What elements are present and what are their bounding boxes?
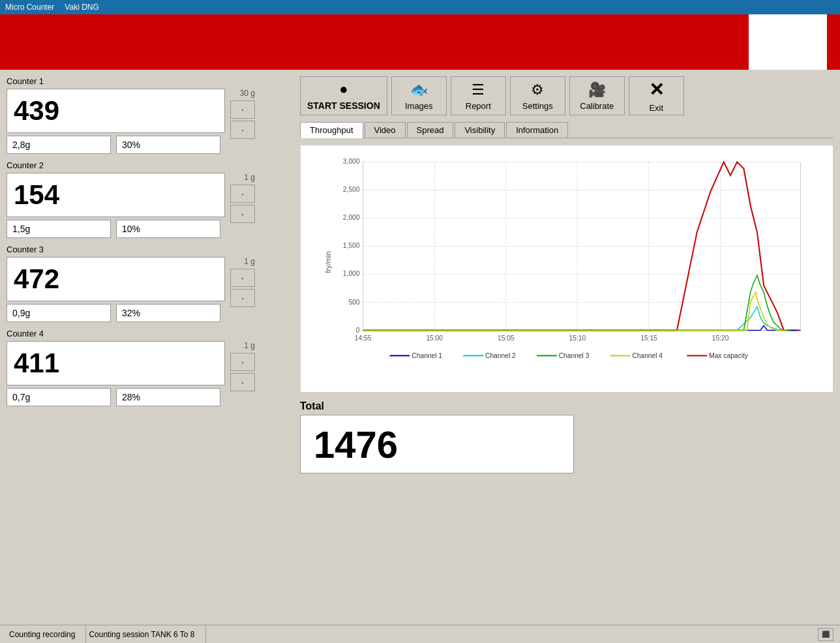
counter-4-down-btn[interactable]: · <box>230 373 255 391</box>
status-center: Counting session TANK 6 To 8 <box>86 625 205 643</box>
counter-1-unit: 30 g <box>230 89 255 98</box>
svg-text:Channel 3: Channel 3 <box>559 352 590 359</box>
counter-1-percent: 30% <box>116 136 220 154</box>
counter-4-section: Counter 4 411 0,7g 28% 1 g · · <box>7 329 287 406</box>
red-banner <box>0 14 840 70</box>
settings-button[interactable]: ⚙ Settings <box>510 76 565 115</box>
start-session-label: START SESSION <box>307 100 380 111</box>
start-session-button[interactable]: ● START SESSION <box>300 76 387 115</box>
counter-3-down-btn[interactable]: · <box>230 289 255 307</box>
toolbar: ● START SESSION 🐟 Images ☰ Report ⚙ Sett… <box>300 76 833 115</box>
counter-2-weight: 1,5g <box>7 220 111 238</box>
settings-label: Settings <box>522 101 553 111</box>
chart-container: fry/min 3,000 2,500 2,000 1,500 1,000 50… <box>300 145 833 393</box>
counter-4-percent: 28% <box>116 388 220 406</box>
counter-1-value: 439 <box>7 89 225 133</box>
counter-2-value: 154 <box>7 173 225 217</box>
svg-text:fry/min: fry/min <box>324 251 332 273</box>
counter-1-label: Counter 1 <box>7 76 287 86</box>
counter-1-buttons: · · <box>230 100 255 139</box>
svg-text:Max capacity: Max capacity <box>709 352 749 359</box>
svg-text:15:00: 15:00 <box>426 335 443 342</box>
counter-1-up-btn[interactable]: · <box>230 100 255 119</box>
banner-logo <box>749 14 827 70</box>
right-panel: ● START SESSION 🐟 Images ☰ Report ⚙ Sett… <box>293 70 840 625</box>
tab-visibility[interactable]: Visibility <box>455 122 505 138</box>
counter-4-up-btn[interactable]: · <box>230 353 255 371</box>
total-label: Total <box>300 400 833 412</box>
record-icon: ● <box>339 81 348 98</box>
counter-1-down-btn[interactable]: · <box>230 121 255 139</box>
svg-text:1,000: 1,000 <box>343 271 360 278</box>
calibrate-button[interactable]: 🎥 Calibrate <box>569 76 625 115</box>
counter-4-label: Counter 4 <box>7 329 287 338</box>
counter-3-unit: 1 g <box>230 257 255 266</box>
resize-button[interactable]: ⬛ <box>818 628 833 641</box>
counter-2-label: Counter 2 <box>7 160 287 170</box>
svg-text:15:20: 15:20 <box>712 335 729 342</box>
images-button[interactable]: 🐟 Images <box>391 76 447 115</box>
tab-bar: Throughput Video Spread Visibility Infor… <box>300 122 833 138</box>
svg-text:2,500: 2,500 <box>343 186 360 193</box>
total-section: Total 1476 <box>300 400 833 473</box>
svg-text:14:55: 14:55 <box>355 335 372 342</box>
counter-3-value: 472 <box>7 257 225 301</box>
counter-2-percent: 10% <box>116 220 220 238</box>
status-left: Counting recording <box>7 625 86 643</box>
images-label: Images <box>405 101 433 111</box>
report-icon: ☰ <box>472 82 485 98</box>
calibrate-label: Calibrate <box>580 101 614 111</box>
counter-4-weight: 0,7g <box>7 388 111 406</box>
exit-label: Exit <box>649 103 663 113</box>
report-button[interactable]: ☰ Report <box>451 76 506 115</box>
svg-text:500: 500 <box>348 299 359 306</box>
counter-2-unit: 1 g <box>230 173 255 182</box>
counter-3-label: Counter 3 <box>7 245 287 254</box>
fish-icon: 🐟 <box>410 82 428 98</box>
tab-information[interactable]: Information <box>506 122 568 138</box>
throughput-chart: fry/min 3,000 2,500 2,000 1,500 1,000 50… <box>307 152 826 372</box>
exit-button[interactable]: ✕ Exit <box>629 76 684 115</box>
status-recording: Counting recording <box>9 630 75 639</box>
status-bar: Counting recording Counting session TANK… <box>0 625 840 643</box>
svg-text:2,000: 2,000 <box>343 214 360 221</box>
counter-4-value: 411 <box>7 341 225 385</box>
report-label: Report <box>466 101 491 111</box>
title-bar: Micro Counter Vaki DNG <box>0 0 840 14</box>
counter-3-up-btn[interactable]: · <box>230 269 255 287</box>
svg-text:3,000: 3,000 <box>343 158 360 165</box>
menu-item-vaki[interactable]: Vaki DNG <box>65 3 98 12</box>
counter-2-buttons: · · <box>230 185 255 223</box>
status-right: ⬛ <box>818 628 833 641</box>
svg-text:1,500: 1,500 <box>343 242 360 249</box>
total-value: 1476 <box>300 415 574 473</box>
counter-3-buttons: · · <box>230 269 255 307</box>
app-name: Micro Counter <box>5 3 54 12</box>
left-panel: Counter 1 439 2,8g 30% 30 g · · <box>0 70 293 625</box>
counter-2-up-btn[interactable]: · <box>230 185 255 203</box>
counter-2-section: Counter 2 154 1,5g 10% 1 g · · <box>7 160 287 238</box>
tab-throughput[interactable]: Throughput <box>300 122 363 138</box>
svg-text:Channel 4: Channel 4 <box>632 352 663 359</box>
svg-text:Channel 1: Channel 1 <box>412 352 442 359</box>
counter-3-percent: 32% <box>116 304 220 322</box>
svg-text:15:05: 15:05 <box>498 335 515 342</box>
close-icon: ✕ <box>649 79 664 100</box>
counter-3-weight: 0,9g <box>7 304 111 322</box>
svg-text:15:15: 15:15 <box>640 335 657 342</box>
status-session: Counting session TANK 6 To 8 <box>89 630 194 639</box>
counter-4-buttons: · · <box>230 353 255 391</box>
counter-1-section: Counter 1 439 2,8g 30% 30 g · · <box>7 76 287 154</box>
svg-text:0: 0 <box>356 327 360 334</box>
main-area: Counter 1 439 2,8g 30% 30 g · · <box>0 70 840 625</box>
counter-1-weight: 2,8g <box>7 136 111 154</box>
gear-icon: ⚙ <box>531 82 544 98</box>
svg-text:Channel 2: Channel 2 <box>485 352 516 359</box>
counter-4-unit: 1 g <box>230 341 255 350</box>
svg-text:15:10: 15:10 <box>569 335 586 342</box>
tab-video[interactable]: Video <box>365 122 406 138</box>
tab-spread[interactable]: Spread <box>407 122 454 138</box>
counter-2-down-btn[interactable]: · <box>230 205 255 223</box>
counter-3-section: Counter 3 472 0,9g 32% 1 g · · <box>7 245 287 322</box>
camera-icon: 🎥 <box>588 82 606 98</box>
